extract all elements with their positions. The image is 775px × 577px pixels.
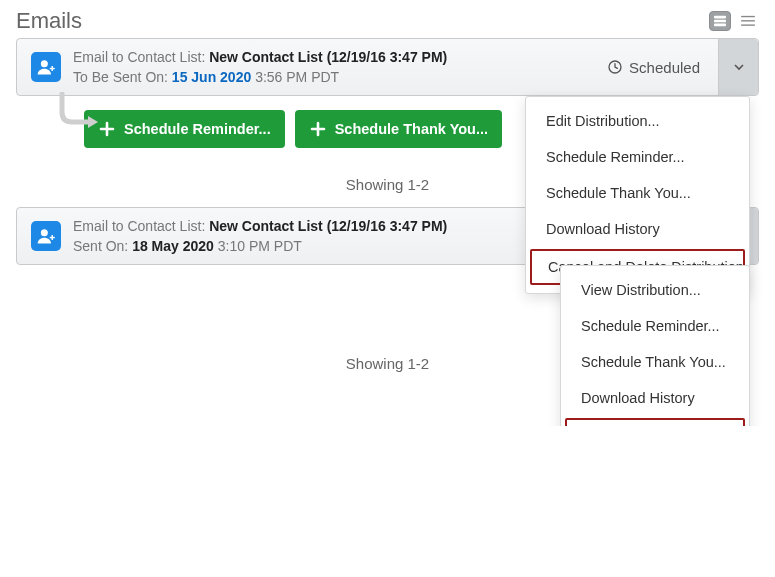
schedule-thankyou-button[interactable]: Schedule Thank You... (295, 110, 502, 148)
svg-rect-12 (52, 235, 53, 240)
contact-list-icon (31, 52, 61, 82)
svg-rect-4 (741, 20, 755, 21)
sent-date: 18 May 2020 (132, 238, 214, 254)
chevron-down-icon (733, 61, 745, 73)
card-title-line: Email to Contact List: New Contact List … (73, 218, 538, 234)
menu-highlight-box: Delete Distribution (565, 418, 745, 426)
menu-schedule-thankyou[interactable]: Schedule Thank You... (526, 175, 749, 211)
menu-schedule-reminder[interactable]: Schedule Reminder... (526, 139, 749, 175)
sent-time: 3:10 PM PDT (218, 238, 302, 254)
contact-list-name: New Contact List (12/19/16 3:47 PM) (209, 49, 447, 65)
menu-delete-distribution[interactable]: Delete Distribution (567, 420, 743, 426)
page-title: Emails (16, 8, 82, 34)
button-label: Schedule Thank You... (335, 121, 488, 137)
svg-rect-2 (714, 24, 726, 27)
menu-schedule-reminder[interactable]: Schedule Reminder... (561, 308, 749, 344)
svg-rect-3 (741, 16, 755, 17)
svg-rect-0 (714, 16, 726, 19)
menu-view-distribution[interactable]: View Distribution... (561, 272, 749, 308)
contact-list-icon (31, 221, 61, 251)
status-label: Scheduled (629, 59, 700, 76)
schedule-reminder-button[interactable]: Schedule Reminder... (84, 110, 285, 148)
svg-point-6 (41, 60, 48, 67)
menu-edit-distribution[interactable]: Edit Distribution... (526, 103, 749, 139)
sent-label: Sent On: (73, 238, 128, 254)
card-sent-line: Sent On: 18 May 2020 3:10 PM PDT (73, 238, 538, 254)
clock-icon (607, 59, 623, 75)
svg-point-10 (41, 229, 48, 236)
card-menu-toggle[interactable] (718, 39, 758, 95)
menu-download-history[interactable]: Download History (561, 380, 749, 416)
svg-rect-5 (741, 24, 755, 25)
distribution-card-scheduled: Email to Contact List: New Contact List … (16, 38, 759, 96)
title-prefix: Email to Contact List: (73, 49, 205, 65)
scheduled-date-link[interactable]: 15 Jun 2020 (172, 69, 251, 85)
sent-label: To Be Sent On: (73, 69, 168, 85)
scheduled-time: 3:56 PM PDT (255, 69, 339, 85)
contact-list-name: New Contact List (12/19/16 3:47 PM) (209, 218, 447, 234)
menu-download-history[interactable]: Download History (526, 211, 749, 247)
view-list-button[interactable] (737, 11, 759, 31)
view-toggle-group (709, 11, 759, 31)
view-stacked-button[interactable] (709, 11, 731, 31)
status-scheduled: Scheduled (607, 59, 700, 76)
distribution-menu-sent: View Distribution... Schedule Reminder..… (560, 265, 750, 426)
stack-icon (713, 15, 727, 27)
button-label: Schedule Reminder... (124, 121, 271, 137)
plus-icon (98, 120, 116, 138)
svg-rect-8 (52, 66, 53, 71)
card-schedule-line: To Be Sent On: 15 Jun 2020 3:56 PM PDT (73, 69, 572, 85)
card-title-line: Email to Contact List: New Contact List … (73, 49, 572, 65)
menu-schedule-thankyou[interactable]: Schedule Thank You... (561, 344, 749, 380)
list-icon (740, 15, 756, 27)
plus-icon (309, 120, 327, 138)
svg-rect-1 (714, 20, 726, 23)
title-prefix: Email to Contact List: (73, 218, 205, 234)
